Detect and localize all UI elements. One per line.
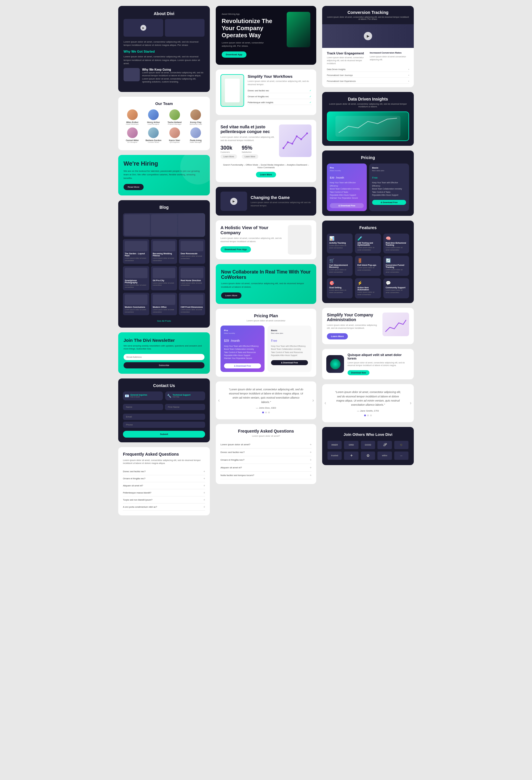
faq-item-left-2[interactable]: Ornare et fringilla nec? +: [123, 475, 205, 482]
testimonial-right-prev-button[interactable]: ‹: [324, 400, 326, 406]
stat-300k-btn[interactable]: Learn More: [220, 154, 237, 159]
blog-item-title-4: Smartphone Photography: [125, 280, 148, 284]
faq-mid-icon-4[interactable]: +: [310, 466, 312, 469]
pro-plan-button[interactable]: & Download Free: [224, 363, 261, 369]
about-video-img[interactable]: ▶: [123, 19, 163, 37]
simplify-title: Simplify Your Company Administration: [327, 312, 379, 322]
faq-item-left-3[interactable]: Aliquam sit amet et? +: [123, 482, 205, 489]
testimonial-middle-card: ‹ › "Lorem ipsum dolor sit amet, consect…: [216, 381, 316, 420]
right-dot-3[interactable]: [370, 415, 372, 416]
faq-expand-icon-2[interactable]: +: [203, 477, 205, 480]
svg-point-5: [306, 133, 308, 134]
holistic-title: A Holistic View of Your Company: [220, 225, 284, 235]
hiring-read-more-button[interactable]: Read More: [123, 184, 144, 190]
dot-indicator-1[interactable]: [262, 411, 264, 413]
contact-submit-button[interactable]: Submit: [123, 431, 205, 438]
blog-item-img-4: [125, 268, 148, 278]
right-dot-1[interactable]: [364, 415, 366, 416]
conversion-play-button[interactable]: ▶: [364, 32, 372, 40]
faq-mid-item-4[interactable]: Aliquam sit amet et? +: [220, 464, 312, 472]
contact-email-field[interactable]: Email: [123, 413, 205, 420]
contact-tab-general[interactable]: 📧 General Inquiries Get in touch: [123, 391, 163, 400]
feature-item-7: 🎯 Goal Setting Lorem ipsum dolor sit ame…: [327, 278, 353, 298]
right-pro-button[interactable]: & Download Free: [330, 203, 364, 208]
avatar-4: [190, 109, 201, 120]
blog-item-7[interactable]: Modern Conclusions Lorem ipsum dolor sit…: [123, 293, 149, 315]
blog-item-9[interactable]: Cliff Front Dimensions Lorem ipsum dolor…: [179, 293, 205, 315]
learn-more-button[interactable]: Learn More: [256, 172, 276, 178]
contact-card: Contact Us 📧 General Inquiries Get in to…: [118, 379, 210, 442]
game-play-button[interactable]: ▶: [230, 198, 237, 205]
member-role-2: Lead Designer: [144, 123, 163, 125]
blog-see-all[interactable]: See All Posts: [123, 318, 205, 323]
feature-item-4: 🛒 Cart Abandonment Recovery Lorem ipsum …: [327, 256, 353, 276]
stat-95: 95% Satisfaction Learn More: [242, 145, 258, 159]
faq-expand-icon-5[interactable]: +: [203, 498, 205, 501]
play-button[interactable]: ▶: [141, 25, 146, 31]
testimonial-prev-button[interactable]: ‹: [218, 398, 220, 403]
collab-title: Now Collaborate In Real Time With Your C…: [221, 270, 311, 280]
contact-phone-field[interactable]: Phone: [123, 422, 205, 428]
avatar-8: [190, 128, 201, 138]
stats-title: Sed vitae nulla et justo pellentesque co…: [220, 125, 275, 134]
basic-price-value: Free: [271, 339, 277, 342]
faq-middle-card: Frequently Asked Questions Lorem ipsum d…: [216, 424, 316, 484]
data-driven-card: Data Driven Insights Lorem ipsum dolor s…: [322, 92, 414, 146]
member-role-5: UX Designer: [123, 141, 142, 143]
faq-mid-q-2: Donec sed facilisi nec?: [220, 451, 245, 453]
newsletter-email-input[interactable]: [123, 354, 205, 360]
wf-check-icon-2: ✓: [310, 95, 312, 98]
faq-mid-item-1[interactable]: Lorem ipsum dolor sit amet? +: [220, 441, 312, 448]
wf-item-label-1: Donec sed facilisi nec: [248, 89, 269, 92]
simplify-learn-more-button[interactable]: Learn More: [327, 333, 348, 339]
contact-firstname-field[interactable]: First Name: [165, 404, 205, 410]
dot-indicator-2[interactable]: [265, 411, 267, 413]
faq-mid-item-2[interactable]: Donec sed facilisi nec? +: [220, 448, 312, 456]
blog-item-8[interactable]: Modern Office Lorem ipsum dolor sit amet…: [151, 293, 177, 315]
hiring-title: We're Hiring: [123, 160, 205, 167]
faq-item-left-5[interactable]: Turpis sed non blandit ipsum? +: [123, 496, 205, 503]
faq-expand-icon-1[interactable]: +: [203, 470, 205, 473]
faq-expand-icon-3[interactable]: +: [203, 484, 205, 487]
technical-support-sub: Get help: [173, 396, 191, 398]
faq-expand-icon-6[interactable]: +: [203, 505, 205, 508]
app-promo-button[interactable]: Download Now: [348, 370, 369, 375]
faq-mid-icon-2[interactable]: +: [310, 451, 312, 454]
right-basic-button[interactable]: & Download Free: [372, 200, 406, 205]
faq-item-left-6[interactable]: A orci porta condimentum nibh ac? +: [123, 503, 205, 510]
feature-item-3: 🧠 Real-time Behavioral Tracking Lorem ip…: [383, 234, 409, 254]
newsletter-subscribe-button[interactable]: Subscribe: [123, 362, 205, 369]
blog-item-6[interactable]: Real Home Direction Lorem ipsum dolor si…: [179, 266, 205, 291]
testimonial-right-next-button[interactable]: ›: [410, 400, 412, 406]
faq-item-left-4[interactable]: Pellentesque massa blandit? +: [123, 489, 205, 496]
holistic-download-button[interactable]: Download Free App: [220, 246, 251, 252]
blog-item-1[interactable]: The Garden - Layout Pack Lorem ipsum dol…: [123, 239, 149, 264]
faq-mid-item-5[interactable]: Nulla facilisi sed tempus locum? +: [220, 472, 312, 479]
collab-learn-more-button[interactable]: Learn More: [221, 292, 242, 299]
blog-item-5[interactable]: Git Pro-City Lorem ipsum dolor sit amet …: [151, 266, 177, 291]
testimonial-next-button[interactable]: ›: [312, 398, 314, 403]
blog-item-3[interactable]: Dear Renovacate Lorem ipsum dolor sit am…: [179, 239, 205, 264]
logo-p: 𝒫: [377, 441, 391, 449]
contact-title: Contact Us: [123, 383, 205, 388]
faq-expand-icon-4[interactable]: +: [203, 491, 205, 494]
blog-see-all-link[interactable]: See All Posts: [157, 320, 171, 322]
contact-tab-technical[interactable]: 🔧 Technical Support Get help: [165, 391, 205, 400]
right-dot-2[interactable]: [367, 415, 369, 416]
contact-name-field[interactable]: Name: [123, 404, 163, 410]
faq-mid-icon-5[interactable]: +: [310, 474, 312, 477]
blog-item-2[interactable]: Becoming Wedding Fitness Lorem ipsum dol…: [151, 239, 177, 264]
basic-plan-button[interactable]: & Download Free: [271, 360, 308, 365]
faq-mid-icon-1[interactable]: +: [310, 443, 312, 446]
features-title: Features: [327, 225, 409, 230]
blog-item-img-3: [180, 241, 203, 251]
feature-item-9: 💬 Community Support Lorem ipsum dolor si…: [383, 278, 409, 298]
member-name-7: Karen Starr: [165, 139, 184, 141]
dot-indicator-3[interactable]: [268, 411, 270, 413]
faq-mid-icon-3[interactable]: +: [310, 458, 312, 461]
hero-download-button[interactable]: Download App: [222, 51, 247, 58]
faq-mid-item-3[interactable]: Ornare et fringilla nec? +: [220, 456, 312, 464]
stat-95-btn[interactable]: Learn More: [242, 154, 258, 159]
blog-item-4[interactable]: Smartphone Photography Lorem ipsum dolor…: [123, 266, 149, 291]
faq-item-left-1[interactable]: Donec sed facilisi nec? +: [123, 468, 205, 475]
